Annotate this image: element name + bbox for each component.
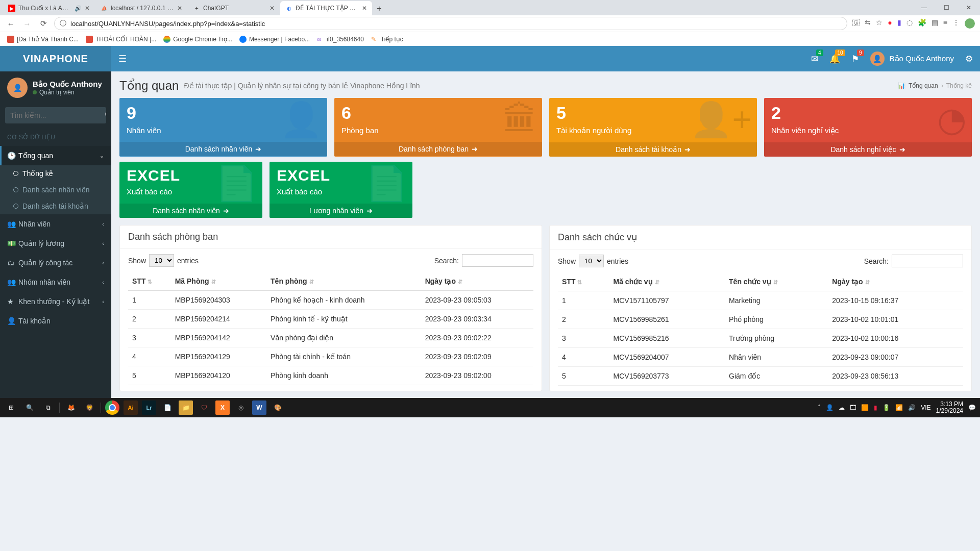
excel-card-link[interactable]: Lương nhân viên ➜ (270, 204, 412, 218)
column-header[interactable]: Ngày tạo⇵ (421, 272, 533, 291)
new-tab-button[interactable]: + (373, 2, 386, 15)
volume-icon[interactable]: 🔊 (908, 404, 916, 411)
breadcrumb-item[interactable]: Tổng quan (909, 82, 938, 89)
stat-card-link[interactable]: Danh sách nhân viên ➜ (119, 142, 327, 156)
bookmark-item[interactable]: [Đã Thử Và Thành C... (7, 36, 79, 43)
brave-icon[interactable]: 🦁 (82, 400, 96, 415)
security-icon[interactable]: 🛡 (197, 400, 211, 415)
extension-icon[interactable]: ≡ (943, 18, 947, 29)
forward-button[interactable]: → (21, 18, 33, 29)
browser-tab[interactable]: ⛵ localhost / 127.0.0.1 / quanly_n ✕ (95, 1, 187, 15)
reload-button[interactable]: ⟳ (38, 18, 49, 29)
bookmark-item[interactable]: Messenger | Facebo... (239, 36, 310, 43)
back-button[interactable]: ← (5, 18, 16, 29)
notification-icon[interactable]: 💬 (968, 404, 976, 411)
column-header[interactable]: Ngày tạo⇵ (828, 272, 963, 291)
menu-toggle-icon[interactable]: ☰ (118, 53, 127, 64)
sidebar-subitem-accounts[interactable]: Danh sách tài khoản (0, 198, 111, 214)
bookmark-item[interactable]: THOÁI CỐT HOÀN |... (86, 36, 156, 43)
gears-icon[interactable]: ⚙ (965, 54, 973, 64)
extension-icon[interactable]: ⇆ (865, 18, 871, 29)
extensions-button[interactable]: 🧩 (918, 18, 926, 29)
browser-tab[interactable]: ▶ Thu Cuối x Là Anh... Cùng B 🔊 ✕ (3, 1, 95, 15)
reading-list-icon[interactable]: ▤ (932, 18, 938, 29)
sidebar-subitem-employees[interactable]: Danh sách nhân viên (0, 182, 111, 198)
column-header[interactable]: STT⇅ (558, 272, 609, 291)
firefox-icon[interactable]: 🦊 (64, 400, 78, 415)
mail-icon[interactable]: ✉4 (811, 54, 818, 64)
search-input[interactable] (462, 254, 533, 267)
close-icon[interactable]: ✕ (362, 5, 367, 12)
tray-up-icon[interactable]: ˄ (818, 404, 821, 411)
url-input[interactable]: ⓘ localhost/QUANLYNHANSU/pages/index.php… (54, 17, 847, 30)
wifi-icon[interactable]: 📶 (895, 404, 903, 411)
illustrator-icon[interactable]: Ai (124, 400, 138, 415)
tray-icon[interactable]: 🗔 (850, 404, 856, 411)
flag-icon[interactable]: ⚑9 (851, 54, 859, 64)
tray-icon[interactable]: 🟧 (861, 404, 869, 411)
opera-icon[interactable]: ● (888, 18, 892, 29)
clock[interactable]: 3:13 PM 1/29/2024 (936, 401, 963, 414)
column-header[interactable]: STT⇅ (128, 272, 171, 291)
site-info-icon[interactable]: ⓘ (60, 19, 66, 28)
sidebar-item-overview[interactable]: 🕑 Tổng quan ⌄ (0, 146, 111, 165)
search-icon[interactable]: 🔍 (105, 107, 106, 123)
word-icon[interactable]: W (252, 400, 266, 415)
search-input[interactable] (5, 107, 105, 123)
sidebar-item-account[interactable]: 👤Tài khoản (0, 311, 111, 331)
browser-tab[interactable]: ✦ ChatGPT ✕ (188, 1, 280, 15)
extension-icon[interactable]: ▮ (897, 18, 901, 29)
obs-icon[interactable]: ◎ (234, 400, 248, 415)
explorer-icon[interactable]: 📁 (179, 400, 193, 415)
bell-icon[interactable]: 🔔10 (829, 54, 840, 64)
language-label[interactable]: VIE (921, 404, 930, 411)
extension-icon[interactable]: ◌ (906, 18, 913, 29)
sidebar-item-employees[interactable]: 👥Nhân viên‹ (0, 214, 111, 234)
start-button[interactable]: ⊞ (4, 400, 18, 415)
page-size-select[interactable]: 10 (149, 254, 174, 267)
search-input[interactable] (892, 255, 963, 267)
excel-card-link[interactable]: Danh sách nhân viên ➜ (119, 204, 262, 218)
stat-card-link[interactable]: Danh sách phòng ban ➜ (334, 142, 542, 156)
translate-icon[interactable]: 🇬 (852, 18, 860, 29)
close-window-button[interactable]: ✕ (958, 0, 980, 15)
sidebar-item-assignment[interactable]: 🗂Quản lý công tác‹ (0, 253, 111, 272)
bookmark-icon[interactable]: ☆ (876, 18, 883, 29)
column-header[interactable]: Tên phòng⇵ (266, 272, 421, 291)
sidebar-item-reward[interactable]: ★Khen thưởng - Kỷ luật‹ (0, 292, 111, 311)
lightroom-icon[interactable]: Lr (142, 400, 156, 415)
avatar-icon[interactable] (965, 18, 975, 29)
close-icon[interactable]: ✕ (270, 5, 275, 12)
audio-icon[interactable]: 🔊 (75, 5, 82, 12)
sidebar-item-salary[interactable]: 💵Quản lý lương‹ (0, 234, 111, 253)
column-header[interactable]: Mã chức vụ⇵ (609, 272, 725, 291)
column-header[interactable]: Tên chức vụ⇵ (725, 272, 828, 291)
sidebar-item-groups[interactable]: 👥Nhóm nhân viên‹ (0, 272, 111, 292)
minimize-button[interactable]: — (913, 0, 935, 15)
people-icon[interactable]: 👤 (826, 404, 834, 411)
search-icon[interactable]: 🔍 (22, 400, 37, 415)
page-size-select[interactable]: 10 (579, 255, 604, 267)
browser-tab-active[interactable]: ◐ ĐỀ TÀI THỰC TẬP CHUYÊN NG ✕ (280, 1, 372, 15)
app-logo[interactable]: VINAPHONE (0, 46, 111, 71)
stat-card-link[interactable]: Danh sách nghỉ việc ➜ (764, 142, 972, 157)
bookmark-item[interactable]: ∞if0_35684640 (317, 36, 364, 43)
sidebar-subitem-statistic[interactable]: Thống kê (0, 165, 111, 182)
maximize-button[interactable]: ☐ (935, 0, 958, 15)
tray-icon[interactable]: ▮ (874, 404, 877, 411)
chrome-icon[interactable] (105, 400, 119, 415)
bookmark-item[interactable]: ✎Tiếp tục (371, 36, 403, 43)
onedrive-icon[interactable]: ☁ (839, 404, 845, 411)
xampp-icon[interactable]: X (215, 400, 230, 415)
close-icon[interactable]: ✕ (85, 5, 90, 12)
column-header[interactable]: Mã Phòng⇵ (171, 272, 266, 291)
bookmark-item[interactable]: Google Chrome Trợ... (163, 36, 232, 43)
file-icon[interactable]: 📄 (160, 400, 175, 415)
stat-card-link[interactable]: Danh sách tài khoản ➜ (549, 142, 757, 157)
app-icon[interactable]: 🎨 (271, 400, 285, 415)
close-icon[interactable]: ✕ (177, 5, 182, 12)
task-view-icon[interactable]: ⧉ (41, 400, 55, 415)
battery-icon[interactable]: 🔋 (883, 404, 890, 411)
user-menu[interactable]: 👤 Bảo Quốc Anthony (870, 52, 954, 66)
menu-icon[interactable]: ⋮ (952, 18, 960, 29)
